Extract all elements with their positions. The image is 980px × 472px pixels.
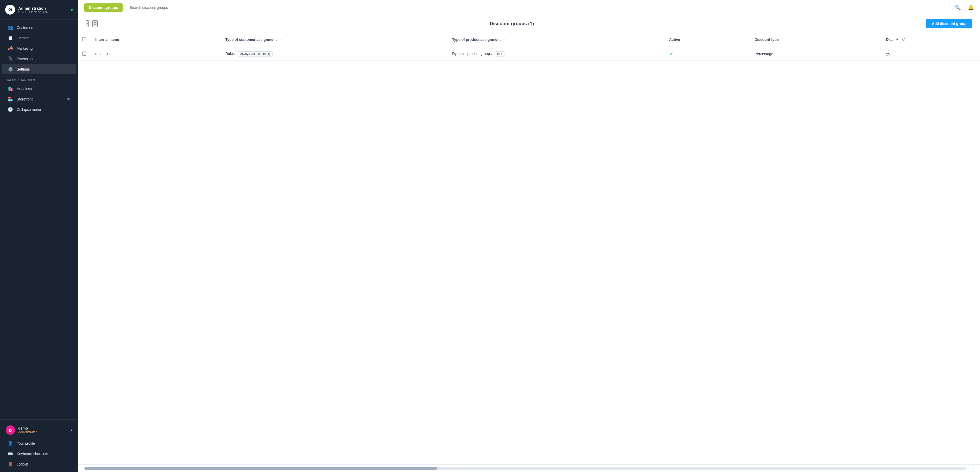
column-reset-button[interactable]: ↺ bbox=[902, 37, 906, 42]
discount-groups-table: Internal name ··· Type of customer assig… bbox=[78, 32, 980, 61]
content-icon: 📋 bbox=[8, 35, 13, 40]
search-input[interactable] bbox=[126, 3, 950, 12]
discount-groups-table-container: Internal name ··· Type of customer assig… bbox=[78, 32, 980, 464]
profile-icon: 👤 bbox=[8, 441, 13, 446]
sidebar-header: G Administration v6.4.7.0 Stable Version bbox=[0, 0, 78, 19]
discount-type-header: Discount type ··· bbox=[751, 32, 882, 47]
user-name: demo bbox=[18, 426, 37, 431]
sidebar-item-label: Content bbox=[17, 36, 29, 40]
sidebar-footer: D demo Administrator ▾ 👤 Your profile ⌨️… bbox=[0, 419, 78, 472]
discount-type-cell: Percentage bbox=[751, 47, 882, 61]
discount-type-col-menu[interactable]: ··· bbox=[781, 38, 784, 41]
sidebar-item-extensions[interactable]: 🔌 Extensions bbox=[2, 54, 76, 64]
active-cell: ✔ bbox=[665, 47, 751, 61]
chevron-down-icon: ▾ bbox=[71, 428, 72, 432]
settings-button[interactable]: ⚙ bbox=[92, 20, 98, 27]
sidebar-item-settings[interactable]: ⚙️ Settings bbox=[2, 64, 76, 74]
customer-assignment-col-menu[interactable]: ··· bbox=[279, 38, 282, 41]
horizontal-scrollbar[interactable] bbox=[84, 467, 966, 470]
user-section[interactable]: D demo Administrator ▾ bbox=[0, 422, 78, 438]
avatar: D bbox=[6, 426, 15, 435]
status-dot bbox=[71, 9, 73, 11]
customers-icon: 👥 bbox=[8, 25, 13, 30]
storefront-eye-icon: 👁 bbox=[67, 97, 70, 101]
select-all-checkbox[interactable] bbox=[82, 37, 86, 41]
row-more-button[interactable]: ··· bbox=[891, 51, 895, 57]
topbar: Discount groups 🔍 🔔 bbox=[78, 0, 980, 15]
row-checkbox-cell bbox=[78, 47, 91, 61]
marketing-icon: 📣 bbox=[8, 46, 13, 51]
storefront-icon: 🏪 bbox=[8, 97, 13, 102]
sidebar-item-logout[interactable]: 🚪 Logout bbox=[2, 459, 76, 469]
add-discount-group-button[interactable]: Add discount group bbox=[926, 19, 972, 29]
page-header: ‹ ⚙ Discount groups (1) Add discount gro… bbox=[78, 15, 980, 32]
logout-icon: 🚪 bbox=[8, 462, 13, 467]
table-row: rabatt_1 Rules: Always valid (Default) D… bbox=[78, 47, 980, 61]
user-info: demo Administrator bbox=[18, 426, 37, 434]
row-checkbox[interactable] bbox=[82, 51, 86, 56]
discount-groups-tab[interactable]: Discount groups bbox=[84, 3, 123, 12]
column-settings-button[interactable]: ≡ bbox=[894, 36, 901, 43]
profile-label: Your profile bbox=[17, 441, 35, 445]
sidebar-item-label: Customers bbox=[17, 26, 34, 30]
storefront-label: Storefront bbox=[17, 97, 33, 101]
discount-value-header: Di... ≡ ↺ bbox=[882, 32, 980, 47]
settings-icon: ⚙️ bbox=[8, 67, 13, 72]
app-logo: G bbox=[5, 5, 15, 14]
sidebar-item-storefront[interactable]: 🏪 Storefront 👁 bbox=[2, 94, 76, 104]
select-all-header bbox=[78, 32, 91, 47]
extensions-icon: 🔌 bbox=[8, 56, 13, 61]
internal-name-col-menu[interactable]: ··· bbox=[122, 38, 124, 41]
active-header: Active ··· bbox=[665, 32, 751, 47]
customer-assignment-cell: Rules: Always valid (Default) bbox=[221, 47, 448, 61]
sidebar-item-customers[interactable]: 👥 Customers bbox=[2, 22, 76, 32]
sidebar-item-label: Marketing bbox=[17, 46, 33, 51]
scrollbar-thumb bbox=[84, 467, 437, 470]
active-col-menu[interactable]: ··· bbox=[682, 38, 685, 41]
sidebar-item-marketing[interactable]: 📣 Marketing bbox=[2, 43, 76, 53]
active-checkmark-icon: ✔ bbox=[669, 51, 673, 56]
user-role: Administrator bbox=[18, 431, 37, 434]
keyboard-icon: ⌨️ bbox=[8, 451, 13, 456]
back-button[interactable]: ‹ bbox=[86, 20, 89, 27]
sidebar-item-headless[interactable]: 🛍️ Headless bbox=[2, 84, 76, 94]
collapse-menu-label: Collapse menu bbox=[17, 107, 41, 112]
product-assignment-tag: test bbox=[495, 51, 504, 56]
keyboard-shortcuts-label: Keyboard shortcuts bbox=[17, 452, 48, 456]
customer-assignment-header: Type of customer assignment ··· bbox=[221, 32, 448, 47]
product-assignment-col-menu[interactable]: ··· bbox=[503, 38, 506, 41]
main-content: Discount groups 🔍 🔔 ‹ ⚙ Discount groups … bbox=[78, 0, 980, 472]
sidebar-item-profile[interactable]: 👤 Your profile bbox=[2, 438, 76, 448]
internal-name-header: Internal name ··· bbox=[91, 32, 221, 47]
sidebar-item-collapse-menu[interactable]: 🕐 Collapse menu bbox=[2, 104, 76, 115]
product-assignment-header: Type of product assignment ··· bbox=[448, 32, 665, 47]
sidebar-item-label: Extensions bbox=[17, 57, 34, 61]
logout-label: Logout bbox=[17, 462, 28, 466]
discount-value-cell: 25 ··· bbox=[882, 47, 980, 61]
collapse-menu-icon: 🕐 bbox=[8, 107, 13, 112]
notification-bell-icon[interactable]: 🔔 bbox=[968, 5, 974, 10]
app-version: v6.4.7.0 Stable Version bbox=[18, 10, 48, 14]
sales-channels-title: Sales Channels bbox=[0, 75, 78, 83]
sidebar: G Administration v6.4.7.0 Stable Version… bbox=[0, 0, 78, 472]
customer-assignment-tag: Always valid (Default) bbox=[238, 51, 272, 56]
scroll-right-button[interactable]: › bbox=[972, 466, 974, 470]
product-assignment-cell: Dynamic product groups: test bbox=[448, 47, 665, 61]
sidebar-nav: 👥 Customers 📋 Content 📣 Marketing 🔌 Exte… bbox=[0, 19, 78, 419]
page-title: Discount groups (1) bbox=[101, 21, 923, 27]
sidebar-item-label: Headless bbox=[17, 87, 32, 91]
sidebar-item-content[interactable]: 📋 Content bbox=[2, 33, 76, 43]
search-icon[interactable]: 🔍 bbox=[955, 5, 961, 10]
headless-icon: 🛍️ bbox=[8, 86, 13, 91]
sidebar-item-label: Settings bbox=[17, 67, 30, 71]
app-name: Administration bbox=[18, 6, 48, 10]
app-info: Administration v6.4.7.0 Stable Version bbox=[18, 6, 48, 14]
sidebar-item-keyboard-shortcuts[interactable]: ⌨️ Keyboard shortcuts bbox=[2, 448, 76, 459]
internal-name-cell: rabatt_1 bbox=[91, 47, 221, 61]
